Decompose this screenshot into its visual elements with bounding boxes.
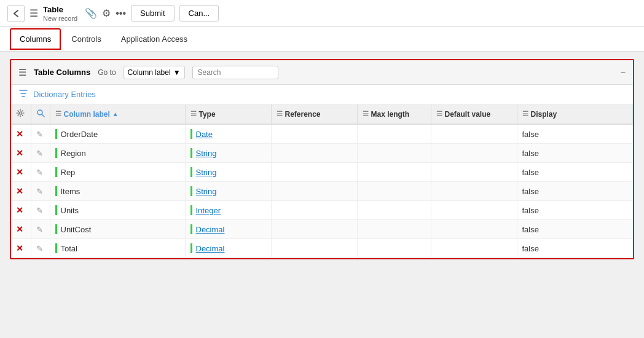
default-value-cell [431, 124, 517, 144]
table-row: ✕ ✎ Items String false [11, 182, 633, 201]
th-type: ☰ Type [185, 104, 271, 124]
th-column-label-text: Column label [64, 110, 110, 119]
search-icon[interactable] [36, 109, 45, 119]
display-value: false [522, 149, 539, 158]
col-label-text: Units [61, 206, 79, 215]
chevron-down-icon: ▼ [173, 68, 181, 77]
edit-cell: ✎ [31, 201, 50, 220]
back-button[interactable] [7, 5, 25, 22]
type-link[interactable]: Decimal [196, 225, 225, 234]
label-cell: UnitCost [50, 220, 185, 239]
default-value-cell [431, 163, 517, 182]
green-indicator [55, 148, 57, 158]
tab-columns[interactable]: Columns [10, 28, 61, 50]
delete-button[interactable]: ✕ [16, 167, 23, 177]
display-cell: false [517, 124, 633, 144]
tab-controls[interactable]: Controls [62, 29, 110, 49]
type-link[interactable]: Date [196, 130, 213, 139]
more-options-icon[interactable]: ••• [116, 8, 126, 19]
topbar-left: ☰ Table New record [7, 5, 77, 22]
type-green-indicator [190, 167, 192, 177]
edit-cell: ✎ [31, 163, 50, 182]
sort-arrow-icon: ▲ [112, 111, 119, 117]
panel-title: Table Columns [34, 68, 90, 77]
display-value: false [522, 168, 539, 177]
tabs-bar: Columns Controls Application Access [0, 27, 644, 52]
max-length-cell [357, 220, 431, 239]
default-value-cell [431, 144, 517, 163]
filter-icon [18, 88, 28, 100]
edit-button[interactable]: ✎ [36, 225, 43, 234]
topbar-right: 📎 ⚙ ••• Submit Can... [85, 5, 219, 22]
column-label-dropdown[interactable]: Column label ▼ [124, 66, 185, 79]
search-input[interactable] [192, 66, 278, 79]
topbar-title: Table New record [43, 5, 77, 22]
settings-icon[interactable]: ⚙ [102, 7, 111, 19]
th-display: ☰ Display [517, 104, 633, 124]
table-title: Table [43, 5, 77, 14]
edit-cell: ✎ [31, 144, 50, 163]
default-value-cell [431, 182, 517, 201]
filter-row: Dictionary Entries [11, 85, 633, 104]
delete-button[interactable]: ✕ [16, 243, 23, 253]
label-cell: Items [50, 182, 185, 201]
collapse-button[interactable]: − [621, 68, 626, 77]
dictionary-entries-link[interactable]: Dictionary Entries [33, 90, 96, 99]
edit-button[interactable]: ✎ [36, 149, 43, 158]
panel-menu-icon[interactable]: ☰ [18, 67, 26, 78]
th-search [31, 104, 50, 124]
display-cell: false [517, 201, 633, 220]
col-menu-icon: ☰ [55, 110, 61, 118]
delete-button[interactable]: ✕ [16, 148, 23, 158]
type-cell: String [185, 182, 271, 201]
cancel-button[interactable]: Can... [179, 5, 219, 22]
gear-icon[interactable] [16, 109, 25, 119]
th-max-length: ☰ Max length [357, 104, 431, 124]
th-gear [11, 104, 31, 124]
display-value: false [522, 206, 539, 215]
delete-button[interactable]: ✕ [16, 205, 23, 215]
type-link[interactable]: String [196, 149, 217, 158]
edit-button[interactable]: ✎ [36, 187, 43, 196]
inner-panel: ☰ Table Columns Go to Column label ▼ − D… [10, 59, 634, 259]
col-label-text: Items [61, 187, 80, 196]
main-content: ☰ Table Columns Go to Column label ▼ − D… [0, 52, 644, 267]
max-length-cell [357, 182, 431, 201]
type-link[interactable]: String [196, 168, 217, 177]
reference-cell [271, 163, 357, 182]
delete-cell: ✕ [11, 144, 31, 163]
submit-button[interactable]: Submit [131, 5, 174, 22]
reference-cell [271, 144, 357, 163]
edit-button[interactable]: ✎ [36, 168, 43, 177]
table-row: ✕ ✎ Region String false [11, 144, 633, 163]
type-green-indicator [190, 224, 192, 234]
col-label-text: UnitCost [61, 225, 92, 234]
delete-button[interactable]: ✕ [16, 129, 23, 139]
type-link[interactable]: String [196, 187, 217, 196]
edit-button[interactable]: ✎ [36, 206, 43, 215]
display-cell: false [517, 144, 633, 163]
columns-table: ☰ Column label ▲ ☰ Type ☰ [11, 104, 633, 258]
attachment-icon[interactable]: 📎 [85, 7, 97, 19]
edit-button[interactable]: ✎ [36, 244, 43, 253]
th-column-label: ☰ Column label ▲ [50, 104, 185, 124]
edit-button[interactable]: ✎ [36, 130, 43, 139]
hamburger-icon[interactable]: ☰ [29, 7, 38, 19]
display-cell: false [517, 182, 633, 201]
max-length-cell [357, 144, 431, 163]
display-cell: false [517, 163, 633, 182]
tab-application-access[interactable]: Application Access [112, 29, 197, 49]
type-cell: String [185, 163, 271, 182]
col-label-text: Region [61, 149, 86, 158]
type-cell: Date [185, 124, 271, 144]
svg-line-2 [42, 114, 44, 117]
type-green-indicator [190, 148, 192, 158]
edit-cell: ✎ [31, 220, 50, 239]
type-link[interactable]: Decimal [196, 244, 225, 253]
delete-button[interactable]: ✕ [16, 186, 23, 196]
display-cell: false [517, 220, 633, 239]
type-link[interactable]: Integer [196, 206, 221, 215]
reference-cell [271, 124, 357, 144]
delete-button[interactable]: ✕ [16, 224, 23, 234]
delete-cell: ✕ [11, 182, 31, 201]
